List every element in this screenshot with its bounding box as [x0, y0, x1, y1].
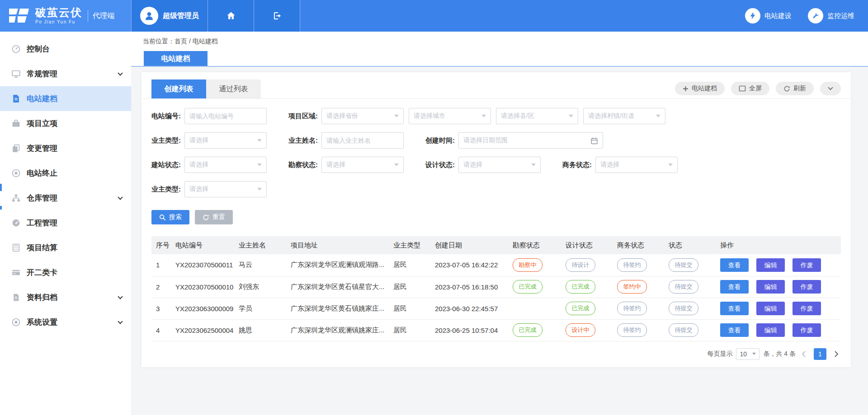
record-icon: [11, 168, 21, 178]
date-range-picker[interactable]: 请选择日期范围: [458, 132, 603, 149]
survey-status-badge: 已完成: [513, 280, 542, 294]
tab-create-list[interactable]: 创建列表: [151, 79, 206, 98]
search-button-label: 搜索: [169, 213, 182, 221]
owner-name: 马云: [235, 254, 287, 276]
void-button[interactable]: 作废: [793, 258, 821, 272]
row-actions: 查看 编辑 作废: [717, 276, 841, 298]
edit-button[interactable]: 编辑: [756, 302, 785, 315]
sidebar-item-label: 电站终止: [27, 168, 57, 178]
reset-button[interactable]: 重置: [195, 210, 233, 224]
view-button[interactable]: 查看: [720, 258, 749, 272]
logout-button[interactable]: [254, 0, 300, 32]
void-button[interactable]: 作废: [793, 323, 821, 337]
user-menu[interactable]: 超级管理员: [131, 0, 208, 32]
owner-type-2-select[interactable]: 请选择: [184, 181, 267, 197]
sidebar-item-label: 系统设置: [27, 317, 57, 327]
status-badge: 待提交: [669, 280, 698, 294]
edit-button[interactable]: 编辑: [756, 280, 785, 294]
field-owner-type: 业主类型: 请选择: [151, 132, 267, 149]
field-station-no: 电站编号:: [151, 108, 267, 124]
field-build-status: 建站状态: 请选择: [151, 157, 267, 173]
sidebar-item-label: 控制台: [27, 44, 50, 54]
module-station-build-label: 电站建设: [764, 12, 792, 20]
void-button[interactable]: 作废: [793, 280, 821, 294]
sidebar-item-project-initiation[interactable]: 项目立项: [0, 111, 131, 136]
sidebar-item-engineering-mgmt[interactable]: 工程管理: [0, 210, 131, 235]
design-status-select[interactable]: 请选择: [458, 157, 541, 173]
caret-down-icon: [752, 353, 756, 355]
page-tab-station-archive[interactable]: 电站建档: [144, 51, 208, 66]
view-button[interactable]: 查看: [720, 323, 749, 337]
owner-type-select[interactable]: 请选择: [184, 132, 267, 149]
collapse-panel-button[interactable]: [820, 82, 841, 95]
owner-type: 居民: [390, 276, 431, 298]
page-size-select[interactable]: 10: [736, 348, 760, 360]
design-status-badge: 待设计: [566, 258, 595, 272]
prev-page-button[interactable]: [799, 348, 808, 360]
station-no-label: 电站编号:: [151, 112, 182, 121]
view-button[interactable]: 查看: [720, 302, 749, 315]
station-table: 序号 电站编号 业主姓名 项目地址 业主类型 创建日期 勘察状态 设计状态 商务…: [142, 236, 851, 341]
sidebar-item-label: 电站建档: [27, 93, 57, 104]
tab-passed-list[interactable]: 通过列表: [206, 79, 261, 98]
sidebar-item-warehouse-mgmt[interactable]: 仓库管理: [0, 186, 131, 210]
sidebar-item-label: 常规管理: [27, 69, 57, 79]
owner-name-label: 业主姓名:: [288, 136, 319, 145]
search-button[interactable]: 搜索: [151, 210, 189, 224]
create-date: 2023-07-05 16:42:22: [431, 254, 509, 276]
view-button[interactable]: 查看: [720, 280, 749, 294]
current-page[interactable]: 1: [814, 348, 826, 360]
module-station-build[interactable]: 电站建设: [745, 8, 792, 23]
sidebar-item-general-mgmt[interactable]: 常规管理: [0, 61, 131, 86]
business-status-badge: 待签约: [617, 302, 647, 315]
bolt-icon-circle: [745, 8, 760, 23]
date-range-placeholder: 请选择日期范围: [463, 136, 508, 145]
home-button[interactable]: [208, 0, 254, 32]
owner-type: 居民: [390, 298, 431, 319]
col-header: 创建日期: [431, 236, 509, 254]
refresh-label: 刷新: [793, 84, 806, 93]
sidebar-item-data-archive[interactable]: 资料归档: [0, 285, 131, 310]
filter-form: 电站编号: 项目区域: 请选择省份 请选择城市 请选择县/区 请选择村镇/街道 …: [142, 108, 851, 197]
sidebar-item-station-archive[interactable]: 电站建档: [0, 86, 131, 111]
brand: 破茧云伏 Po Jian Yun Fu 代理端: [0, 0, 131, 32]
build-status-select[interactable]: 请选择: [184, 157, 267, 173]
chevron-down-icon: [118, 195, 123, 200]
avatar: [140, 7, 158, 25]
survey-status-select[interactable]: 请选择: [321, 157, 404, 173]
calendar-icon: [590, 137, 598, 145]
sidebar-item-console[interactable]: 控制台: [0, 37, 131, 61]
void-button[interactable]: 作废: [793, 302, 821, 315]
fullscreen-button[interactable]: 全屏: [731, 82, 769, 95]
search-icon: [159, 214, 166, 221]
table-row: 4 YX2023062500004 姚思 广东深圳龙华区观澜镇姚家庄... 居民…: [151, 319, 841, 341]
project-address: 广东深圳龙华区黄石镇星官大...: [287, 276, 390, 298]
copy-icon: [11, 144, 21, 153]
business-status-select[interactable]: 请选择: [595, 157, 678, 173]
town-select[interactable]: 请选择村镇/街道: [583, 108, 665, 124]
brand-logo-icon: [7, 7, 31, 24]
sidebar-item-station-termination[interactable]: 电站终止: [0, 161, 131, 186]
station-no-input[interactable]: [184, 108, 267, 124]
sidebar-item-project-settlement[interactable]: 项目结算: [0, 235, 131, 260]
sidebar-item-change-mgmt[interactable]: 变更管理: [0, 136, 131, 161]
filter-row-2: 业主类型: 请选择 业主姓名: 创建时间: 请选择日期范围: [151, 132, 841, 149]
edit-button[interactable]: 编辑: [756, 323, 785, 337]
business-status-badge: 签约中: [617, 280, 647, 294]
city-select[interactable]: 请选择城市: [409, 108, 491, 124]
county-select[interactable]: 请选择县/区: [496, 108, 578, 124]
project-address: 广东深圳龙华区观澜镇观湖路...: [287, 254, 390, 276]
field-owner-type-2: 业主类型: 请选择: [151, 181, 267, 197]
user-icon: [143, 10, 155, 22]
province-select[interactable]: 请选择省份: [321, 108, 404, 124]
field-design-status: 设计状态: 请选择: [425, 157, 541, 173]
sidebar-item-type2-card[interactable]: 开二类卡: [0, 260, 131, 285]
edit-button[interactable]: 编辑: [756, 258, 785, 272]
content-card: 创建列表 通过列表 电站建档 全屏 刷新: [142, 72, 851, 367]
next-page-button[interactable]: [832, 348, 841, 360]
owner-name-input[interactable]: [321, 132, 404, 149]
refresh-button[interactable]: 刷新: [776, 82, 814, 95]
create-station-button[interactable]: 电站建档: [675, 82, 725, 95]
module-monitor-ops[interactable]: 监控运维: [808, 8, 854, 23]
sidebar-item-system-settings[interactable]: 系统设置: [0, 310, 131, 335]
